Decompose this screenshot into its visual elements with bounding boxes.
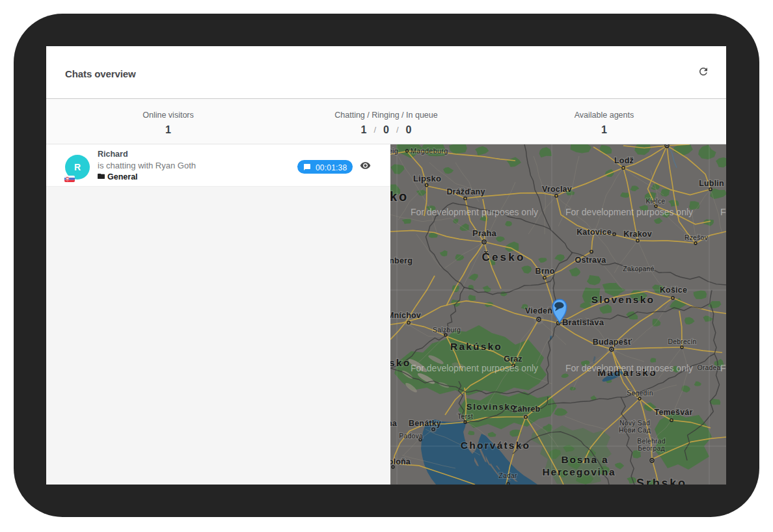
svg-text:Praha: Praha	[472, 228, 497, 238]
svg-text:For development purposes only: For development purposes only	[411, 363, 538, 373]
svg-text:Hercegovina: Hercegovina	[543, 466, 616, 477]
svg-text:Segedín: Segedín	[627, 389, 653, 397]
svg-text:Magdeburg: Magdeburg	[411, 147, 448, 155]
svg-text:Lublin: Lublin	[699, 179, 724, 188]
svg-text:ko: ko	[390, 189, 409, 204]
svg-text:Brno: Brno	[536, 267, 555, 276]
svg-text:Zakopané: Zakopané	[623, 265, 654, 273]
svg-text:For development purposes only: For development purposes only	[411, 207, 538, 217]
svg-text:Terst: Terst	[457, 412, 473, 420]
svg-text:Oradea: Oradea	[697, 364, 720, 371]
svg-text:Нови Сад: Нови Сад	[619, 426, 651, 434]
svg-text:Vroclav: Vroclav	[542, 185, 572, 194]
svg-text:Benátky: Benátky	[409, 419, 441, 428]
svg-text:Kielce: Kielce	[646, 197, 666, 205]
svg-text:Zadar: Zadar	[498, 472, 517, 479]
svg-text:sko: sko	[390, 357, 411, 368]
svg-text:Drážďany: Drážďany	[446, 187, 485, 196]
svg-text:Padova: Padova	[399, 432, 423, 440]
svg-text:eig: eig	[390, 147, 398, 155]
svg-text:Graz: Graz	[504, 354, 522, 364]
svg-text:Ostrava: Ostrava	[575, 256, 607, 265]
svg-text:For development purposes only: For development purposes only	[565, 207, 693, 217]
svg-text:Salzburg: Salzburg	[433, 326, 461, 334]
svg-text:Lodž: Lodž	[614, 156, 634, 165]
svg-text:For development purposes only: For development purposes only	[720, 363, 726, 373]
svg-text:Bosna a: Bosna a	[562, 454, 609, 465]
svg-text:Lipsko: Lipsko	[413, 174, 441, 183]
svg-text:Rakúsko: Rakúsko	[450, 341, 502, 352]
svg-text:Česko: Česko	[481, 251, 525, 263]
svg-text:Viedeň: Viedeň	[525, 306, 552, 315]
svg-text:Bratislava: Bratislava	[562, 317, 604, 327]
svg-text:na: na	[390, 419, 398, 428]
svg-text:Budapešť: Budapešť	[593, 338, 632, 347]
svg-text:For development purposes only: For development purposes only	[565, 363, 693, 373]
svg-text:Slovensko: Slovensko	[591, 294, 655, 305]
svg-text:Rzešov: Rzešov	[685, 233, 709, 241]
svg-text:Srbsko: Srbsko	[636, 477, 687, 485]
svg-text:Temešvár: Temešvár	[654, 408, 692, 417]
svg-text:Katovice: Katovice	[576, 228, 612, 237]
svg-text:nberg: nberg	[390, 256, 413, 265]
svg-text:Košice: Košice	[660, 286, 687, 295]
svg-text:oloňa: oloňa	[390, 457, 411, 466]
svg-text:Mníchov: Mníchov	[390, 311, 421, 320]
svg-text:Београд: Београд	[638, 444, 665, 452]
svg-text:Krakov: Krakov	[623, 230, 652, 239]
svg-text:Debrecín: Debrecín	[668, 338, 696, 345]
svg-text:Chorvátsko: Chorvátsko	[461, 440, 530, 451]
svg-text:For development purposes only: For development purposes only	[720, 207, 726, 217]
svg-text:Slovinsko: Slovinsko	[467, 402, 517, 412]
